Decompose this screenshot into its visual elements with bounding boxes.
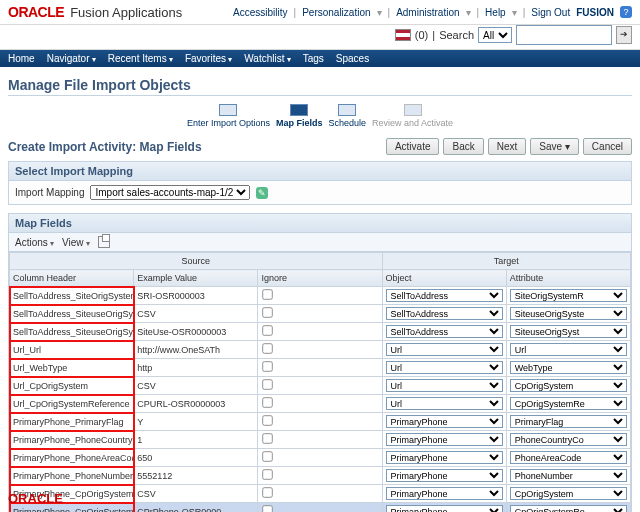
cell-attribute[interactable]: Url	[506, 341, 630, 359]
detach-icon[interactable]	[98, 236, 110, 248]
attribute-select[interactable]: CpOrigSystemRe	[510, 505, 627, 512]
cell-ignore[interactable]	[258, 449, 382, 467]
nav-watchlist[interactable]: Watchlist	[244, 53, 290, 64]
ignore-checkbox[interactable]	[263, 343, 273, 353]
save-button[interactable]: Save ▾	[530, 138, 579, 155]
ignore-checkbox[interactable]	[263, 433, 273, 443]
attribute-select[interactable]: PrimaryFlag	[510, 415, 627, 428]
link-accessibility[interactable]: Accessibility	[233, 7, 287, 18]
object-select[interactable]: Url	[386, 397, 503, 410]
wizard-step-1[interactable]: Enter Import Options	[187, 118, 270, 128]
attribute-select[interactable]: SiteOrigSystemR	[510, 289, 627, 302]
ignore-checkbox[interactable]	[263, 397, 273, 407]
cell-attribute[interactable]: PhoneAreaCode	[506, 449, 630, 467]
nav-favorites[interactable]: Favorites	[185, 53, 232, 64]
ignore-checkbox[interactable]	[263, 361, 273, 371]
cell-ignore[interactable]	[258, 467, 382, 485]
flag-icon[interactable]	[395, 29, 411, 41]
table-row[interactable]: SellToAddress_SiteuseOrigSystemCSVSellTo…	[10, 305, 631, 323]
cell-object[interactable]: SellToAddress	[382, 305, 506, 323]
import-mapping-select[interactable]: Import sales-accounts-map-1/28/1	[90, 185, 250, 200]
object-select[interactable]: PrimaryPhone	[386, 451, 503, 464]
object-select[interactable]: PrimaryPhone	[386, 433, 503, 446]
object-select[interactable]: SellToAddress	[386, 325, 503, 338]
nav-home[interactable]: Home	[8, 53, 35, 64]
table-row[interactable]: Url_Urlhttp://www.OneSAThUrlUrl	[10, 341, 631, 359]
table-row[interactable]: SellToAddress_SiteuseOrigSystemRefSiteUs…	[10, 323, 631, 341]
cell-attribute[interactable]: CpOrigSystem	[506, 377, 630, 395]
cell-ignore[interactable]	[258, 431, 382, 449]
search-go-icon[interactable]: ➔	[616, 26, 632, 44]
table-row[interactable]: PrimaryPhone_PhoneAreaCode650PrimaryPhon…	[10, 449, 631, 467]
attribute-select[interactable]: CpOrigSystem	[510, 379, 627, 392]
table-row[interactable]: Url_CpOrigSystemCSVUrlCpOrigSystem	[10, 377, 631, 395]
ignore-checkbox[interactable]	[263, 307, 273, 317]
table-row[interactable]: PrimaryPhone_CpOrigSystemCSVPrimaryPhone…	[10, 485, 631, 503]
table-row[interactable]: Url_WebTypehttpUrlWebType	[10, 359, 631, 377]
cell-ignore[interactable]	[258, 287, 382, 305]
cell-object[interactable]: SellToAddress	[382, 323, 506, 341]
object-select[interactable]: PrimaryPhone	[386, 469, 503, 482]
cell-ignore[interactable]	[258, 395, 382, 413]
cell-attribute[interactable]: SiteuseOrigSyst	[506, 323, 630, 341]
cell-object[interactable]: PrimaryPhone	[382, 503, 506, 513]
mapfields-actions-menu[interactable]: Actions	[15, 237, 54, 248]
ignore-checkbox[interactable]	[263, 325, 273, 335]
cell-ignore[interactable]	[258, 305, 382, 323]
cell-ignore[interactable]	[258, 413, 382, 431]
attribute-select[interactable]: SiteuseOrigSyst	[510, 325, 627, 338]
table-row[interactable]: PrimaryPhone_CpOrigSystemReferenceCPrPho…	[10, 503, 631, 513]
attribute-select[interactable]: CpOrigSystemRe	[510, 397, 627, 410]
object-select[interactable]: Url	[386, 343, 503, 356]
th-column-header[interactable]: Column Header	[10, 270, 134, 287]
table-row[interactable]: SellToAddress_SiteOrigSystemReferenceSRI…	[10, 287, 631, 305]
back-button[interactable]: Back	[443, 138, 483, 155]
cell-attribute[interactable]: CpOrigSystemRe	[506, 395, 630, 413]
object-select[interactable]: Url	[386, 361, 503, 374]
ignore-checkbox[interactable]	[263, 487, 273, 497]
nav-navigator[interactable]: Navigator	[47, 53, 96, 64]
th-object[interactable]: Object	[382, 270, 506, 287]
cell-attribute[interactable]: PhoneCountryCo	[506, 431, 630, 449]
object-select[interactable]: PrimaryPhone	[386, 505, 503, 512]
th-ignore[interactable]: Ignore	[258, 270, 382, 287]
search-input[interactable]	[516, 25, 612, 45]
cell-attribute[interactable]: CpOrigSystem	[506, 485, 630, 503]
table-row[interactable]: PrimaryPhone_PhoneNumber5552112PrimaryPh…	[10, 467, 631, 485]
mapping-new-icon[interactable]: ✎	[256, 187, 268, 199]
cell-attribute[interactable]: PhoneNumber	[506, 467, 630, 485]
link-signout[interactable]: Sign Out	[531, 7, 570, 18]
object-select[interactable]: PrimaryPhone	[386, 487, 503, 500]
ignore-checkbox[interactable]	[263, 415, 273, 425]
cell-object[interactable]: Url	[382, 359, 506, 377]
ignore-checkbox[interactable]	[263, 451, 273, 461]
ignore-checkbox[interactable]	[263, 289, 273, 299]
next-button[interactable]: Next	[488, 138, 527, 155]
attribute-select[interactable]: PhoneCountryCo	[510, 433, 627, 446]
cell-ignore[interactable]	[258, 503, 382, 513]
cell-ignore[interactable]	[258, 485, 382, 503]
attribute-select[interactable]: Url	[510, 343, 627, 356]
search-scope[interactable]: All	[478, 27, 512, 43]
cell-ignore[interactable]	[258, 359, 382, 377]
cell-object[interactable]: PrimaryPhone	[382, 413, 506, 431]
link-help[interactable]: Help	[485, 7, 506, 18]
nav-tags[interactable]: Tags	[303, 53, 324, 64]
cell-ignore[interactable]	[258, 323, 382, 341]
ignore-checkbox[interactable]	[263, 505, 273, 512]
nav-recent[interactable]: Recent Items	[108, 53, 173, 64]
cell-attribute[interactable]: CpOrigSystemRe	[506, 503, 630, 513]
ignore-checkbox[interactable]	[263, 469, 273, 479]
object-select[interactable]: Url	[386, 379, 503, 392]
attribute-select[interactable]: PhoneNumber	[510, 469, 627, 482]
link-personalization[interactable]: Personalization	[302, 7, 370, 18]
cell-object[interactable]: PrimaryPhone	[382, 449, 506, 467]
attribute-select[interactable]: CpOrigSystem	[510, 487, 627, 500]
object-select[interactable]: SellToAddress	[386, 307, 503, 320]
attribute-select[interactable]: WebType	[510, 361, 627, 374]
table-row[interactable]: PrimaryPhone_PrimaryFlagYPrimaryPhonePri…	[10, 413, 631, 431]
cell-object[interactable]: PrimaryPhone	[382, 485, 506, 503]
cell-object[interactable]: Url	[382, 377, 506, 395]
object-select[interactable]: SellToAddress	[386, 289, 503, 302]
th-example[interactable]: Example Value	[134, 270, 258, 287]
